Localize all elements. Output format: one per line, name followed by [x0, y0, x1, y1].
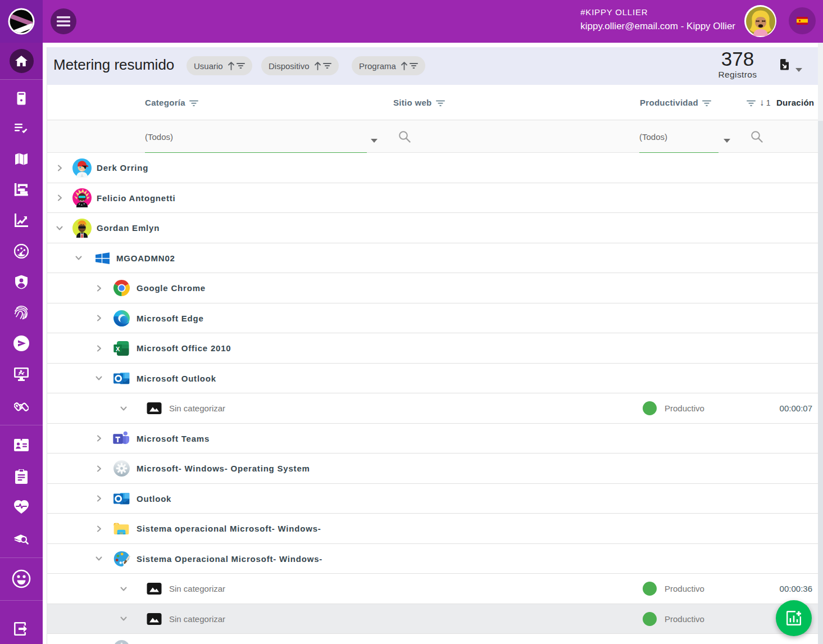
svg-text:X: X [116, 345, 120, 352]
